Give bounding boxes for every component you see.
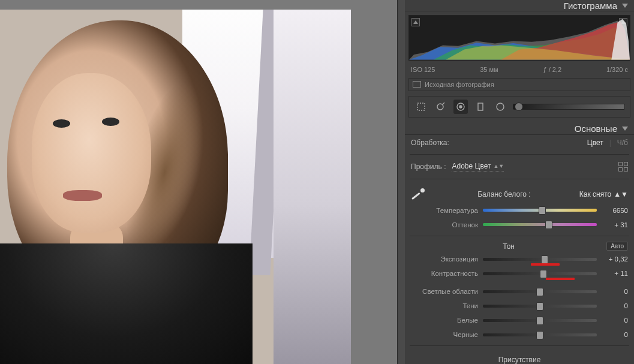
local-adjustment-toolbar <box>408 96 630 118</box>
profile-browser-button[interactable] <box>618 162 628 172</box>
collapse-icon <box>622 4 628 8</box>
histogram-graph <box>409 16 630 59</box>
annotation-mark <box>531 263 560 266</box>
white-balance-picker[interactable] <box>411 188 429 201</box>
treatment-color-option[interactable]: Цвет <box>587 139 603 147</box>
preview-image[interactable] <box>0 10 351 364</box>
panel-resize-gutter[interactable] <box>398 0 405 364</box>
contrast-label: Контрастность <box>411 270 478 277</box>
annotation-mark <box>546 278 575 280</box>
exif-iso: ISO 125 <box>411 66 435 73</box>
blacks-slider[interactable] <box>483 333 597 336</box>
contrast-value[interactable]: + 11 <box>602 270 628 277</box>
exposure-label: Экспозиция <box>411 255 478 263</box>
contrast-slider[interactable] <box>483 272 597 275</box>
tint-label: Оттенок <box>411 221 478 228</box>
original-photo-toggle[interactable]: Исходная фотография <box>408 78 630 91</box>
crop-tool[interactable] <box>414 100 428 114</box>
presence-header: Присутствие <box>405 352 634 364</box>
histogram-title: Гистограмма <box>564 1 617 11</box>
collapse-icon <box>622 127 628 131</box>
blacks-label: Черные <box>411 331 478 338</box>
histogram-display[interactable] <box>408 15 630 60</box>
redeye-tool[interactable] <box>453 100 468 114</box>
chevron-updown-icon: ▲▼ <box>493 163 504 169</box>
shadows-value[interactable]: 0 <box>602 302 628 309</box>
original-photo-label: Исходная фотография <box>425 81 494 88</box>
basic-title: Основные <box>575 124 617 134</box>
basic-panel-header[interactable]: Основные <box>405 124 634 135</box>
shadows-label: Тени <box>411 302 478 309</box>
tint-value[interactable]: + 31 <box>602 221 628 228</box>
exif-shutter: 1/320 с <box>606 66 628 73</box>
highlights-value[interactable]: 0 <box>602 288 628 295</box>
svg-rect-4 <box>478 103 483 110</box>
svg-rect-0 <box>417 103 425 110</box>
tone-header: Тон <box>411 242 606 251</box>
mask-amount-slider[interactable] <box>513 104 625 110</box>
whites-slider[interactable] <box>483 319 597 322</box>
highlights-slider[interactable] <box>483 290 597 293</box>
tint-slider[interactable] <box>483 223 597 226</box>
auto-tone-button[interactable]: Авто <box>606 242 628 251</box>
highlights-label: Светлые области <box>411 288 478 295</box>
temperature-value[interactable]: 6650 <box>602 207 628 214</box>
exposure-value[interactable]: + 0,32 <box>602 255 628 263</box>
spot-removal-tool[interactable] <box>434 100 448 114</box>
treatment-bw-option[interactable]: Ч/б <box>617 139 628 147</box>
profile-label: Профиль : <box>411 163 446 171</box>
radial-filter-tool[interactable] <box>493 100 507 114</box>
white-balance-dropdown[interactable]: Как снято ▲▼ <box>579 190 628 198</box>
exposure-slider[interactable] <box>483 258 597 261</box>
profile-dropdown[interactable]: Adobe Цвет ▲▼ <box>452 162 504 172</box>
white-balance-label: Баланс белого : <box>436 190 572 198</box>
svg-point-3 <box>459 106 462 108</box>
checkbox-icon <box>413 81 421 88</box>
shadows-slider[interactable] <box>483 305 597 308</box>
temperature-label: Температура <box>411 207 478 214</box>
graduated-filter-tool[interactable] <box>473 100 488 114</box>
exif-aperture: ƒ / 2,2 <box>543 66 561 73</box>
chevron-updown-icon: ▲▼ <box>614 190 628 198</box>
treatment-label: Обработка: <box>411 139 449 147</box>
canvas-area[interactable] <box>0 0 397 364</box>
exif-focal: 35 мм <box>480 66 498 73</box>
blacks-value[interactable]: 0 <box>602 331 628 338</box>
exif-row: ISO 125 35 мм ƒ / 2,2 1/320 с <box>405 64 634 77</box>
whites-value[interactable]: 0 <box>602 317 628 324</box>
svg-point-5 <box>497 103 504 110</box>
temperature-slider[interactable] <box>483 209 597 212</box>
histogram-panel-header[interactable]: Гистограмма <box>405 0 634 11</box>
svg-point-1 <box>437 104 443 110</box>
whites-label: Белые <box>411 317 478 324</box>
